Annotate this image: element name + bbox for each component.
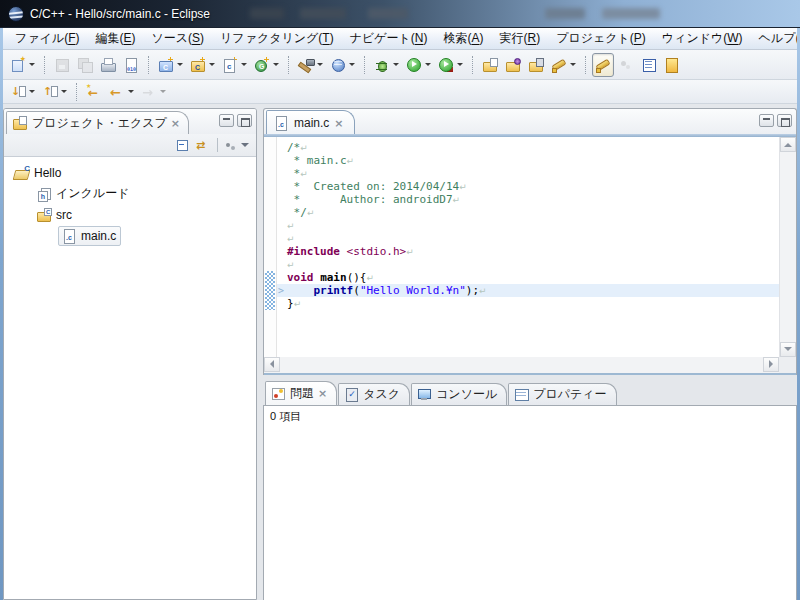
annotation-ruler[interactable] (264, 137, 277, 357)
dropdown-arrow-icon[interactable] (457, 63, 463, 66)
dropdown-arrow-icon[interactable] (570, 63, 576, 66)
scrollbar-track[interactable] (280, 357, 763, 373)
new-wizard-button[interactable] (7, 53, 38, 77)
scroll-down-button[interactable] (780, 342, 796, 357)
menu-item[interactable]: リファクタリング(T) (212, 28, 342, 49)
last-edit-location-button[interactable] (83, 80, 105, 104)
code-line[interactable]: ↵ (277, 219, 779, 232)
menu-item[interactable]: ヘルプ(H) (751, 28, 800, 49)
next-annotation-button[interactable] (7, 80, 38, 104)
horizontal-scrollbar[interactable] (264, 357, 779, 373)
tree-item-Hello[interactable]: Hello (4, 162, 256, 183)
explorer-tab[interactable]: プロジェクト・エクスプ (6, 111, 189, 134)
dropdown-arrow-icon[interactable] (273, 63, 279, 66)
new-c-project-button[interactable] (155, 53, 186, 77)
menu-item[interactable]: ファイル(F) (7, 28, 87, 49)
dropdown-arrow-icon[interactable] (177, 63, 183, 66)
view-menu-button[interactable] (223, 136, 250, 154)
bottom-tab-プロパティー[interactable]: プロパティー (508, 383, 616, 405)
close-icon[interactable] (171, 116, 180, 130)
maximize-button[interactable] (237, 114, 252, 127)
code-line[interactable]: ↵ (277, 258, 779, 271)
code-area[interactable]: /*↵ * main.c↵ *↵ * Created on: 2014/04/1… (277, 137, 779, 357)
code-line[interactable]: }↵ (277, 297, 779, 310)
open-element-button[interactable] (502, 53, 524, 77)
scroll-left-button[interactable] (264, 357, 280, 372)
menu-item[interactable]: ナビゲート(N) (342, 28, 436, 49)
maximize-button[interactable] (777, 114, 792, 127)
tree-item-main.c[interactable]: main.c (4, 225, 256, 246)
link-with-editor-button[interactable] (194, 136, 212, 154)
dropdown-arrow-icon[interactable] (128, 90, 134, 93)
toggle-highlight-button[interactable] (592, 53, 614, 77)
new-c-file-button[interactable] (219, 53, 250, 77)
previous-annotation-button[interactable] (39, 80, 70, 104)
editor-tab-main-c[interactable]: main.c (266, 110, 355, 134)
project-tree: Helloインクルードsrcmain.c (4, 157, 256, 599)
code-line[interactable]: ↵ (277, 232, 779, 245)
code-line[interactable]: *↵ (277, 167, 779, 180)
search-marker-button[interactable] (548, 53, 579, 77)
dropdown-arrow-icon[interactable] (29, 90, 35, 93)
binary-file-button[interactable] (120, 53, 142, 77)
workbench: プロジェクト・エクスプ Helloインクルードsrcmain.c (3, 104, 797, 600)
dropdown-arrow-icon[interactable] (209, 63, 215, 66)
menu-item[interactable]: 検索(A) (435, 28, 491, 49)
bottom-tab-問題[interactable]: 問題 (265, 381, 337, 405)
code-token (287, 284, 314, 297)
run-external-button[interactable] (435, 53, 466, 77)
dropdown-arrow-icon[interactable] (160, 90, 166, 93)
window-title: C/C++ - Hello/src/main.c - Eclipse (30, 7, 210, 21)
code-line[interactable]: #include <stdio.h>↵ (277, 245, 779, 258)
tree-item-label: src (56, 208, 72, 222)
tree-item-インクルード[interactable]: インクルード (4, 183, 256, 204)
last-edit-location-icon (86, 84, 102, 100)
menu-item[interactable]: ソース(S) (143, 28, 212, 49)
minimize-button[interactable] (759, 114, 774, 127)
close-icon[interactable] (318, 386, 327, 400)
bottom-tab-タスク[interactable]: タスク (338, 383, 410, 405)
tree-item-src[interactable]: src (4, 204, 256, 225)
build-button[interactable] (295, 53, 326, 77)
run-button[interactable] (403, 53, 434, 77)
menu-item[interactable]: ウィンドウ(W) (654, 28, 751, 49)
code-line[interactable]: /*↵ (277, 141, 779, 154)
dropdown-arrow-icon[interactable] (29, 63, 35, 66)
dropdown-arrow-icon[interactable] (393, 63, 399, 66)
code-line[interactable]: * main.c↵ (277, 154, 779, 167)
code-line[interactable]: * Created on: 2014/04/14↵ (277, 180, 779, 193)
eclipse-window: C/C++ - Hello/src/main.c - Eclipse ファイル(… (0, 0, 800, 600)
back-button[interactable] (106, 80, 137, 104)
code-line[interactable]: * Author: androidD7↵ (277, 193, 779, 206)
pin-editor-button[interactable] (661, 53, 683, 77)
scroll-up-button[interactable] (780, 137, 796, 152)
dropdown-arrow-icon[interactable] (349, 63, 355, 66)
scroll-right-button[interactable] (763, 357, 779, 372)
collapse-all-button[interactable] (174, 136, 192, 154)
new-make-target-button[interactable] (251, 53, 282, 77)
dropdown-arrow-icon[interactable] (241, 63, 247, 66)
menu-item[interactable]: 編集(E) (87, 28, 143, 49)
code-line[interactable]: */↵ (277, 206, 779, 219)
new-cpp-project-button[interactable] (187, 53, 218, 77)
open-type-button[interactable] (479, 53, 501, 77)
menu-item[interactable]: プロジェクト(P) (548, 28, 654, 49)
dropdown-arrow-icon[interactable] (425, 63, 431, 66)
code-token: main (320, 271, 347, 284)
minimize-button[interactable] (219, 114, 234, 127)
debug-button[interactable] (371, 53, 402, 77)
dropdown-arrow-icon[interactable] (61, 90, 67, 93)
titlebar[interactable]: C/C++ - Hello/src/main.c - Eclipse (0, 0, 800, 28)
print-button[interactable] (97, 53, 119, 77)
code-line[interactable]: > printf("Hello World.¥n");↵ (277, 284, 779, 297)
vertical-scrollbar[interactable] (779, 137, 796, 357)
dropdown-arrow-icon[interactable] (317, 63, 323, 66)
show-selected-element-button[interactable] (638, 53, 660, 77)
code-line[interactable]: void main(){↵ (277, 271, 779, 284)
bottom-tab-コンソール[interactable]: コンソール (411, 383, 507, 405)
build-all-button[interactable] (327, 53, 358, 77)
menu-item[interactable]: 実行(R) (491, 28, 548, 49)
scrollbar-track[interactable] (780, 152, 796, 342)
close-icon[interactable] (334, 116, 343, 130)
open-resource-button[interactable] (525, 53, 547, 77)
